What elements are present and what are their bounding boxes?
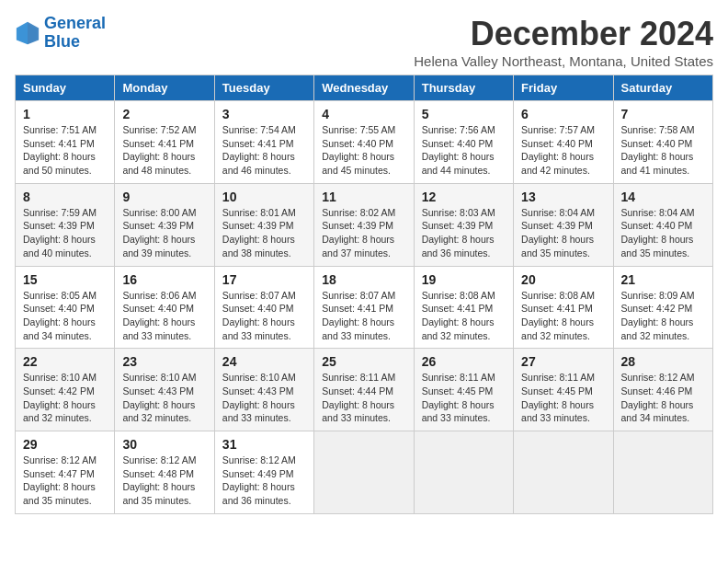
day-cell: 18 Sunrise: 8:07 AMSunset: 4:41 PMDaylig… <box>314 266 414 349</box>
day-number: 21 <box>621 272 705 287</box>
day-cell: 22 Sunrise: 8:10 AMSunset: 4:42 PMDaylig… <box>16 349 115 431</box>
week-row-1: 1 Sunrise: 7:51 AMSunset: 4:41 PMDayligh… <box>16 101 713 184</box>
day-info: Sunrise: 8:10 AMSunset: 4:43 PMDaylight:… <box>122 371 206 425</box>
day-number: 23 <box>122 354 206 369</box>
day-info: Sunrise: 8:01 AMSunset: 4:39 PMDaylight:… <box>222 206 306 260</box>
day-number: 28 <box>621 354 705 369</box>
day-cell: 27 Sunrise: 8:11 AMSunset: 4:45 PMDaylig… <box>514 349 613 431</box>
day-cell: 9 Sunrise: 8:00 AMSunset: 4:39 PMDayligh… <box>115 183 214 266</box>
day-cell: 30 Sunrise: 8:12 AMSunset: 4:48 PMDaylig… <box>115 431 214 514</box>
day-number: 30 <box>122 437 206 452</box>
day-number: 2 <box>122 107 206 121</box>
day-info: Sunrise: 8:07 AMSunset: 4:40 PMDaylight:… <box>222 289 306 343</box>
day-number: 27 <box>521 354 605 369</box>
day-cell: 7 Sunrise: 7:58 AMSunset: 4:40 PMDayligh… <box>613 101 712 184</box>
day-number: 22 <box>23 354 107 369</box>
day-info: Sunrise: 7:52 AMSunset: 4:41 PMDaylight:… <box>122 123 206 178</box>
day-cell: 6 Sunrise: 7:57 AMSunset: 4:40 PMDayligh… <box>514 101 613 184</box>
header-cell-tuesday: Tuesday <box>214 75 313 101</box>
day-info: Sunrise: 7:54 AMSunset: 4:41 PMDaylight:… <box>222 123 306 178</box>
day-info: Sunrise: 8:02 AMSunset: 4:39 PMDaylight:… <box>322 206 405 260</box>
header-row: SundayMondayTuesdayWednesdayThursdayFrid… <box>16 75 713 101</box>
day-cell: 16 Sunrise: 8:06 AMSunset: 4:40 PMDaylig… <box>115 266 214 349</box>
day-info: Sunrise: 8:11 AMSunset: 4:45 PMDaylight:… <box>422 371 506 425</box>
day-info: Sunrise: 8:11 AMSunset: 4:45 PMDaylight:… <box>521 371 605 425</box>
day-number: 29 <box>23 437 107 452</box>
day-cell: 21 Sunrise: 8:09 AMSunset: 4:42 PMDaylig… <box>613 266 712 349</box>
day-info: Sunrise: 7:51 AMSunset: 4:41 PMDaylight:… <box>23 123 107 178</box>
day-cell: 12 Sunrise: 8:03 AMSunset: 4:39 PMDaylig… <box>414 183 513 266</box>
day-cell: 4 Sunrise: 7:55 AMSunset: 4:40 PMDayligh… <box>314 101 414 184</box>
day-cell <box>414 431 513 514</box>
week-row-3: 15 Sunrise: 8:05 AMSunset: 4:40 PMDaylig… <box>16 266 713 349</box>
header-cell-monday: Monday <box>115 75 214 101</box>
day-number: 9 <box>122 190 206 204</box>
day-cell: 17 Sunrise: 8:07 AMSunset: 4:40 PMDaylig… <box>214 266 313 349</box>
day-cell: 5 Sunrise: 7:56 AMSunset: 4:40 PMDayligh… <box>414 101 513 184</box>
day-cell: 19 Sunrise: 8:08 AMSunset: 4:41 PMDaylig… <box>414 266 513 349</box>
day-info: Sunrise: 8:12 AMSunset: 4:49 PMDaylight:… <box>222 454 306 508</box>
day-cell: 3 Sunrise: 7:54 AMSunset: 4:41 PMDayligh… <box>214 101 313 184</box>
title-section: December 2024 Helena Valley Northeast, M… <box>414 15 713 69</box>
day-info: Sunrise: 8:03 AMSunset: 4:39 PMDaylight:… <box>422 206 506 260</box>
day-number: 8 <box>23 190 107 204</box>
header-cell-wednesday: Wednesday <box>314 75 414 101</box>
day-number: 6 <box>521 107 605 121</box>
day-number: 7 <box>621 107 705 121</box>
day-cell: 13 Sunrise: 8:04 AMSunset: 4:39 PMDaylig… <box>514 183 613 266</box>
week-row-5: 29 Sunrise: 8:12 AMSunset: 4:47 PMDaylig… <box>16 431 713 514</box>
logo-line1: General <box>44 14 106 32</box>
day-number: 20 <box>521 272 605 287</box>
day-cell: 24 Sunrise: 8:10 AMSunset: 4:43 PMDaylig… <box>214 349 313 431</box>
logo-icon <box>15 20 40 46</box>
day-info: Sunrise: 8:12 AMSunset: 4:46 PMDaylight:… <box>621 371 705 425</box>
day-cell: 10 Sunrise: 8:01 AMSunset: 4:39 PMDaylig… <box>214 183 313 266</box>
day-info: Sunrise: 7:56 AMSunset: 4:40 PMDaylight:… <box>422 123 506 178</box>
day-info: Sunrise: 8:08 AMSunset: 4:41 PMDaylight:… <box>521 289 605 343</box>
header-cell-sunday: Sunday <box>16 75 115 101</box>
svg-marker-1 <box>28 22 39 44</box>
day-info: Sunrise: 7:55 AMSunset: 4:40 PMDaylight:… <box>322 123 405 178</box>
day-cell: 31 Sunrise: 8:12 AMSunset: 4:49 PMDaylig… <box>214 431 313 514</box>
day-cell: 14 Sunrise: 8:04 AMSunset: 4:40 PMDaylig… <box>613 183 712 266</box>
day-number: 10 <box>222 190 306 204</box>
day-number: 14 <box>621 190 705 204</box>
day-cell: 2 Sunrise: 7:52 AMSunset: 4:41 PMDayligh… <box>115 101 214 184</box>
day-number: 26 <box>422 354 506 369</box>
day-number: 15 <box>23 272 107 287</box>
day-info: Sunrise: 8:04 AMSunset: 4:40 PMDaylight:… <box>621 206 705 260</box>
day-info: Sunrise: 8:10 AMSunset: 4:42 PMDaylight:… <box>23 371 107 425</box>
day-cell: 1 Sunrise: 7:51 AMSunset: 4:41 PMDayligh… <box>16 101 115 184</box>
day-info: Sunrise: 8:12 AMSunset: 4:48 PMDaylight:… <box>122 454 206 508</box>
day-number: 25 <box>322 354 405 369</box>
calendar-table: SundayMondayTuesdayWednesdayThursdayFrid… <box>15 75 713 514</box>
day-info: Sunrise: 8:00 AMSunset: 4:39 PMDaylight:… <box>122 206 206 260</box>
day-number: 24 <box>222 354 306 369</box>
day-number: 1 <box>23 107 107 121</box>
logo: General Blue <box>15 15 106 52</box>
day-number: 19 <box>422 272 506 287</box>
day-info: Sunrise: 8:12 AMSunset: 4:47 PMDaylight:… <box>23 454 107 508</box>
day-number: 17 <box>222 272 306 287</box>
day-cell <box>514 431 613 514</box>
day-info: Sunrise: 8:07 AMSunset: 4:41 PMDaylight:… <box>322 289 405 343</box>
header-cell-friday: Friday <box>514 75 613 101</box>
week-row-2: 8 Sunrise: 7:59 AMSunset: 4:39 PMDayligh… <box>16 183 713 266</box>
day-cell <box>314 431 414 514</box>
day-info: Sunrise: 8:08 AMSunset: 4:41 PMDaylight:… <box>422 289 506 343</box>
page-header: General Blue December 2024 Helena Valley… <box>15 15 713 69</box>
day-info: Sunrise: 8:10 AMSunset: 4:43 PMDaylight:… <box>222 371 306 425</box>
day-number: 5 <box>422 107 506 121</box>
svg-marker-2 <box>17 22 28 44</box>
day-cell: 28 Sunrise: 8:12 AMSunset: 4:46 PMDaylig… <box>613 349 712 431</box>
day-info: Sunrise: 8:05 AMSunset: 4:40 PMDaylight:… <box>23 289 107 343</box>
day-cell: 23 Sunrise: 8:10 AMSunset: 4:43 PMDaylig… <box>115 349 214 431</box>
day-cell: 25 Sunrise: 8:11 AMSunset: 4:44 PMDaylig… <box>314 349 414 431</box>
day-number: 13 <box>521 190 605 204</box>
day-info: Sunrise: 8:11 AMSunset: 4:44 PMDaylight:… <box>322 371 405 425</box>
month-title: December 2024 <box>414 15 713 53</box>
day-number: 16 <box>122 272 206 287</box>
day-number: 11 <box>322 190 405 204</box>
header-cell-saturday: Saturday <box>613 75 712 101</box>
day-cell: 29 Sunrise: 8:12 AMSunset: 4:47 PMDaylig… <box>16 431 115 514</box>
